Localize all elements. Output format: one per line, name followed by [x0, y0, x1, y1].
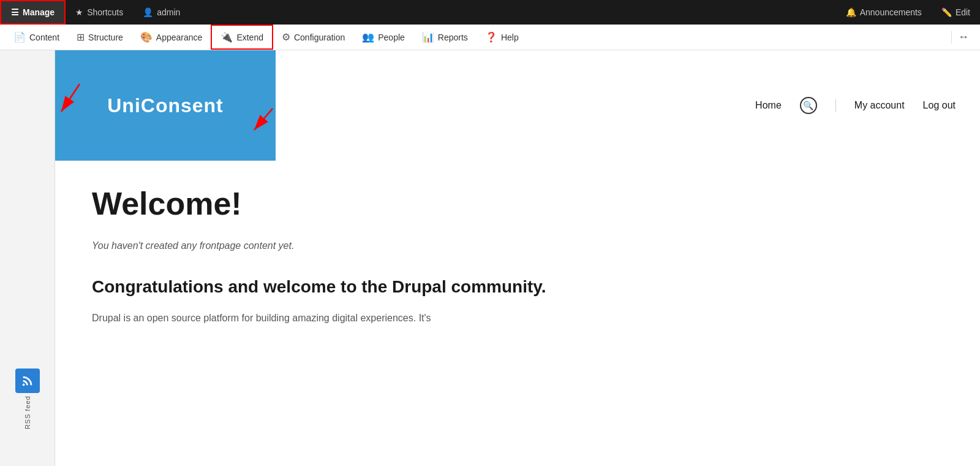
structure-label: Structure — [88, 32, 123, 42]
content-icon: 📄 — [13, 31, 26, 43]
extend-label: Extend — [236, 32, 263, 42]
structure-nav-item[interactable]: ⊞ Structure — [68, 25, 132, 50]
svg-point-0 — [22, 383, 24, 386]
main-content: Welcome! You haven't created any frontpa… — [55, 161, 980, 466]
help-label: Help — [501, 32, 519, 42]
content-nav-item[interactable]: 📄 Content — [5, 25, 68, 50]
drupal-intro-text: Drupal is an open source platform for bu… — [92, 310, 943, 326]
collapse-icon: ↔ — [958, 31, 969, 44]
site-logo-area: UniConsent — [55, 50, 276, 161]
rss-icon-box — [15, 369, 40, 393]
rss-icon — [21, 374, 34, 388]
admin-user-button[interactable]: 👤 admin — [133, 0, 190, 25]
home-link[interactable]: Home — [755, 100, 782, 111]
manage-button[interactable]: ☰ Manage — [0, 0, 66, 25]
appearance-label: Appearance — [156, 32, 203, 42]
secondary-nav: 📄 Content ⊞ Structure 🎨 Appearance 🔌 Ext… — [0, 25, 980, 50]
extend-nav-item[interactable]: 🔌 Extend — [211, 25, 273, 50]
configuration-icon: ⚙ — [282, 31, 290, 43]
left-sidebar: RSS feed — [0, 50, 55, 466]
site-nav: Home 🔍 My account Log out — [755, 97, 956, 114]
welcome-heading: Welcome! — [92, 185, 943, 222]
star-icon: ★ — [75, 7, 83, 17]
rss-feed-widget[interactable]: RSS feed — [0, 369, 55, 429]
reports-nav-item[interactable]: 📊 Reports — [413, 25, 477, 50]
people-nav-item[interactable]: 👥 People — [353, 25, 413, 50]
toolbar-right: 🔔 Announcements ✏️ Edit — [836, 7, 980, 17]
nav-divider — [835, 99, 836, 112]
appearance-nav-item[interactable]: 🎨 Appearance — [132, 25, 211, 50]
frontpage-empty-text: You haven't created any frontpage conten… — [92, 240, 943, 251]
pencil-icon: ✏️ — [941, 7, 952, 17]
manage-label: Manage — [23, 7, 55, 17]
my-account-link[interactable]: My account — [854, 100, 905, 111]
structure-icon: ⊞ — [77, 31, 85, 43]
site-header: UniConsent Home 🔍 My account Log out — [55, 50, 980, 161]
search-button[interactable]: 🔍 — [800, 97, 817, 114]
site-logo-text: UniConsent — [107, 94, 224, 117]
configuration-label: Configuration — [294, 32, 345, 42]
shortcuts-button[interactable]: ★ Shortcuts — [66, 0, 133, 25]
people-label: People — [378, 32, 405, 42]
admin-label: admin — [157, 7, 180, 17]
search-icon: 🔍 — [803, 101, 813, 110]
people-icon: 👥 — [362, 31, 374, 43]
main-layout: RSS feed UniConsent Home 🔍 My account Lo… — [0, 50, 980, 466]
bell-icon: 🔔 — [846, 7, 856, 17]
extend-icon: 🔌 — [221, 31, 233, 43]
help-icon: ❓ — [485, 31, 497, 43]
site-area: UniConsent Home 🔍 My account Log out Wel… — [55, 50, 980, 466]
nav-right: ↔ — [951, 31, 975, 44]
announcements-label: Announcements — [860, 7, 922, 17]
edit-button[interactable]: ✏️ Edit — [932, 7, 980, 17]
admin-toolbar: ☰ Manage ★ Shortcuts 👤 admin 🔔 Announcem… — [0, 0, 980, 25]
configuration-nav-item[interactable]: ⚙ Configuration — [273, 25, 353, 50]
log-out-link[interactable]: Log out — [923, 100, 956, 111]
edit-label: Edit — [956, 7, 970, 17]
user-icon: 👤 — [143, 7, 153, 17]
rss-label: RSS feed — [24, 395, 31, 429]
content-label: Content — [29, 32, 59, 42]
help-nav-item[interactable]: ❓ Help — [477, 25, 527, 50]
congrats-heading: Congratulations and welcome to the Drupa… — [92, 276, 943, 298]
shortcuts-label: Shortcuts — [87, 7, 123, 17]
collapse-button[interactable]: ↔ — [951, 31, 975, 44]
reports-icon: 📊 — [422, 31, 434, 43]
announcements-button[interactable]: 🔔 Announcements — [836, 7, 932, 17]
appearance-icon: 🎨 — [140, 31, 153, 43]
reports-label: Reports — [438, 32, 468, 42]
hamburger-icon: ☰ — [11, 7, 19, 17]
